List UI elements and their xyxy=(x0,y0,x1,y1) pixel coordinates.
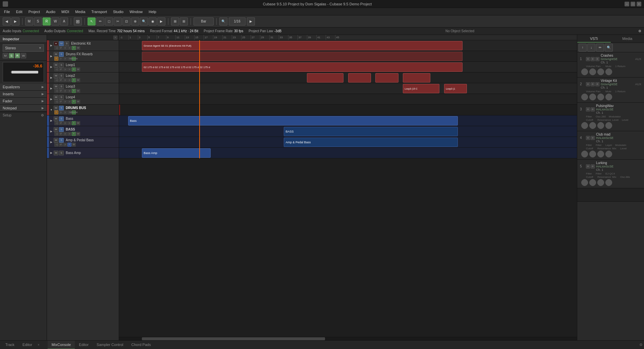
inspector-s-btn[interactable]: S xyxy=(9,53,14,58)
toolbar-glue[interactable]: ⊡ xyxy=(122,17,130,26)
vst-icon-v3[interactable]: ⊞ xyxy=(595,82,599,86)
track-sm2[interactable]: ↺ xyxy=(59,46,63,50)
arrange-hscrollbar[interactable] xyxy=(119,337,577,340)
track-list-add-btn[interactable]: + xyxy=(113,36,117,40)
toolbar-mute[interactable]: ⊗ xyxy=(131,17,139,26)
vst-icon-c1[interactable]: ⊞ xyxy=(586,57,590,61)
track-sm8[interactable]: ⊃ xyxy=(63,57,67,61)
inserts-header[interactable]: Inserts ▶ xyxy=(0,91,47,97)
vst-knob-c2[interactable] xyxy=(589,68,596,75)
track-arrow-loop4[interactable]: ▶ xyxy=(49,98,54,101)
track-sm-ap5[interactable]: W xyxy=(72,143,76,147)
minimize-btn[interactable]: – xyxy=(625,2,629,6)
bottom-tab-sampler[interactable]: Sampler Control xyxy=(93,341,127,349)
track-monitor-btn[interactable]: M xyxy=(59,41,64,46)
track-m-bass2[interactable]: M xyxy=(54,127,58,132)
toolbar-quantize-select[interactable]: 1/16 xyxy=(229,17,246,26)
track-s-bass-amp[interactable]: S xyxy=(59,151,64,155)
track-arrow-loop1[interactable]: ▶ xyxy=(49,65,54,68)
vst-icon-v2[interactable]: ⊞ xyxy=(591,82,595,86)
vst-knob-p2[interactable] xyxy=(589,122,596,129)
toolbar-fwd-btn[interactable]: ▶ xyxy=(11,17,19,26)
track-sm-l2e[interactable]: R xyxy=(72,78,76,82)
vst-icon-p2[interactable]: ⊞ xyxy=(591,107,595,111)
btn-a[interactable]: A xyxy=(60,17,68,26)
vst-knob-l2[interactable] xyxy=(589,179,596,186)
track-sm-b2d[interactable]: ⊃ xyxy=(67,132,71,136)
track-sm-l4b[interactable]: ↺ xyxy=(59,100,63,104)
track-sm-l4f[interactable]: W xyxy=(76,100,80,104)
clip-loop2-3[interactable] xyxy=(375,73,398,83)
menu-help[interactable]: Help xyxy=(146,9,159,14)
track-arrow-loop3[interactable]: ▶ xyxy=(49,87,54,90)
track-m-drums-fx[interactable]: M xyxy=(54,52,58,57)
vst-knob-p4[interactable] xyxy=(605,122,612,129)
inspector-setup-btn[interactable]: ⚙ xyxy=(41,113,44,117)
toolbar-back-btn[interactable]: ◀ xyxy=(3,17,11,26)
vst-knob-c1[interactable] xyxy=(581,68,588,75)
vst-icon-l1[interactable]: ⊞ xyxy=(586,164,590,168)
vst-icon-p1[interactable]: ⊞ xyxy=(586,107,590,111)
vst-knob-l3[interactable] xyxy=(597,179,604,186)
track-m-loop4[interactable]: M xyxy=(54,95,58,100)
track-sm-db2[interactable]: ⊃ xyxy=(63,110,67,114)
track-sm-ba2[interactable]: ↺ xyxy=(59,121,63,125)
track-sm-ap2[interactable]: ↺ xyxy=(59,143,63,147)
clip-loop3-2[interactable]: Loop3 (1 xyxy=(444,84,467,93)
bottom-tab-mixconsole[interactable]: MixConsole xyxy=(48,341,75,349)
window-controls[interactable]: – □ × xyxy=(625,2,641,6)
vst-knob-cm3[interactable] xyxy=(597,151,604,157)
vst-icon-cm2[interactable]: ⊞ xyxy=(591,136,595,140)
toolbar-eraser[interactable]: ◻ xyxy=(105,17,113,26)
inspector-fader-knob[interactable] xyxy=(11,71,38,73)
vst-knob-l1[interactable] xyxy=(581,179,588,186)
track-s-amp-pedal[interactable]: S xyxy=(59,138,64,143)
fader-header[interactable]: Fader ▶ xyxy=(0,98,47,104)
track-sm-l3e[interactable]: R xyxy=(72,89,76,93)
track-s-bass2[interactable]: S xyxy=(59,127,64,132)
inspector-track-name[interactable]: Stereo ▼ xyxy=(3,44,44,52)
toolbar-quantize-apply[interactable]: ▶ xyxy=(247,17,255,26)
track-sm6[interactable]: W xyxy=(76,46,80,50)
toolbar-cursor[interactable]: ↖ xyxy=(88,17,96,26)
vst-icon-v1[interactable]: ⊞ xyxy=(586,82,590,86)
bottom-tab-track[interactable]: Track xyxy=(1,341,18,349)
track-sm-l4d[interactable]: ⊃ xyxy=(67,100,71,104)
right-toolbar-search-btn[interactable]: 🔍 xyxy=(605,44,613,52)
menu-file[interactable]: File xyxy=(1,9,13,14)
vst-icon-cm1[interactable]: ⊞ xyxy=(586,136,590,140)
track-r-bass[interactable]: R xyxy=(72,121,76,125)
clip-loop2-1[interactable] xyxy=(307,73,343,83)
track-s-loop2[interactable]: S xyxy=(59,73,64,78)
toolbar-split[interactable]: ✂ xyxy=(114,17,122,26)
toolbar-quantize-btn[interactable]: 🔍 xyxy=(219,17,227,26)
track-sm3[interactable]: ⊃ xyxy=(63,46,67,50)
menu-studio[interactable]: Studio xyxy=(110,9,126,14)
menu-media[interactable]: Media xyxy=(72,9,88,14)
track-sm-ap3[interactable]: ⊃ xyxy=(63,143,67,147)
vst-knob-cm4[interactable] xyxy=(605,151,612,157)
vst-icon-c2[interactable]: ⊞ xyxy=(591,57,595,61)
vst-icon-l2[interactable]: ⊞ xyxy=(591,164,595,168)
hscrollbar-thumb[interactable] xyxy=(142,337,325,340)
track-w-bass2[interactable]: W xyxy=(76,132,80,136)
track-r-bass2[interactable]: R xyxy=(72,132,76,136)
track-solo-btn[interactable]: S xyxy=(64,41,69,46)
vst-knob-c4[interactable] xyxy=(605,68,612,75)
vst-icon-c3[interactable]: ⊞ xyxy=(595,57,599,61)
toolbar-mode1[interactable]: ⊞ xyxy=(74,17,82,26)
menu-midi[interactable]: MIDI xyxy=(59,9,72,14)
clip-drums-fx[interactable] xyxy=(142,52,463,61)
track-sm1[interactable]: ◁ xyxy=(54,46,58,50)
btn-r[interactable]: R xyxy=(43,17,51,26)
track-arrow-bass[interactable]: ▶ xyxy=(49,119,54,122)
track-m-loop2[interactable]: M xyxy=(54,73,58,78)
track-m-bass-amp[interactable]: M xyxy=(54,151,58,155)
toolbar-color[interactable]: ◉ xyxy=(149,17,157,26)
inspector-w-btn[interactable]: W xyxy=(21,53,26,58)
menu-edit[interactable]: Edit xyxy=(13,9,25,14)
track-sm-l1b[interactable]: ↺ xyxy=(59,67,63,71)
track-sm4[interactable]: ⊃ xyxy=(67,46,71,50)
track-rec-drums-fx[interactable]: R xyxy=(54,57,58,61)
track-sm-db1[interactable]: ⊃ xyxy=(59,110,63,114)
